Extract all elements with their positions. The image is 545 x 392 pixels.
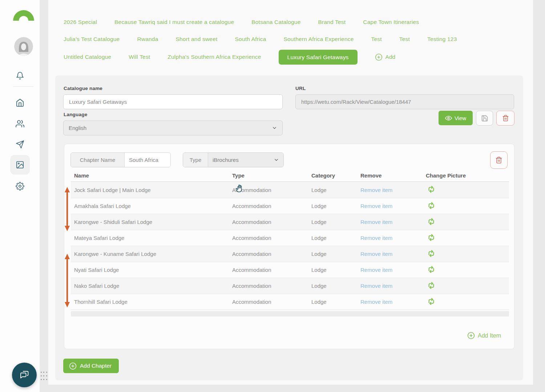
item-name: Karongwe - Shiduli Safari Lodge (71, 219, 229, 225)
view-button[interactable]: View (439, 111, 473, 125)
user-avatar[interactable] (14, 37, 33, 56)
add-chapter-button[interactable]: Add Chapter (63, 359, 119, 373)
type-select[interactable]: iBrochures (208, 153, 283, 167)
col-remove: Remove (357, 172, 423, 179)
change-picture-icon[interactable] (423, 218, 435, 225)
item-category: Lodge (308, 299, 357, 305)
item-name: Jock Safari Lodge | Main Lodge (71, 187, 229, 193)
catalogue-tab[interactable]: Brand Test (318, 19, 346, 25)
eye-icon (445, 115, 452, 122)
sidebar-divider (13, 86, 33, 87)
items-table: Name Type Category Remove Change Picture… (71, 170, 509, 317)
catalogue-tab[interactable]: Test (399, 36, 410, 42)
catalogue-tab[interactable]: Untitled Catalogue (64, 54, 111, 60)
chapter-name-input[interactable] (125, 153, 170, 167)
catalogue-tab[interactable]: Zulpha's Southern Africa Experience (167, 54, 261, 60)
catalogue-tab[interactable]: Cape Town Itineraries (363, 19, 419, 25)
item-category: Lodge (308, 187, 357, 193)
chapter-name-group: Chapter Name (70, 152, 171, 167)
bell-icon[interactable] (10, 66, 30, 86)
gear-icon[interactable] (10, 176, 30, 196)
plus-circle-icon (375, 53, 383, 61)
drag-handle[interactable] (40, 370, 48, 381)
item-name: Thornhill Safari Lodge (71, 299, 229, 305)
url-label: URL (295, 86, 306, 91)
catalogue-tabs: 2026 SpecialBecause Tawriq said I must c… (64, 0, 521, 65)
table-row: Nyati Safari Lodge Accommodation Lodge R… (71, 262, 509, 278)
item-category: Lodge (308, 203, 357, 209)
catalogue-tab[interactable]: Because Tawriq said I must create a cata… (114, 19, 234, 25)
change-picture-icon[interactable] (423, 282, 435, 289)
catalogue-tab[interactable]: Will Test (129, 54, 150, 60)
reorder-arrow (64, 254, 70, 307)
users-icon[interactable] (10, 114, 30, 134)
catalogue-tab[interactable]: Julia's Test Catalogue (64, 36, 120, 42)
trash-icon (495, 156, 502, 164)
remove-item-link[interactable]: Remove item (360, 203, 392, 209)
add-chapter-label: Add Chapter (80, 363, 112, 369)
table-footer-strip (71, 311, 509, 317)
save-button[interactable] (476, 111, 493, 126)
catalogue-tab[interactable]: 2026 Special (64, 19, 97, 25)
catalogue-tab[interactable]: Rwanda (137, 36, 158, 42)
catalogue-tab-active[interactable]: Luxury Safari Getaways (279, 50, 358, 65)
change-picture-icon[interactable] (423, 250, 435, 257)
image-icon[interactable] (10, 155, 30, 175)
remove-item-link[interactable]: Remove item (360, 267, 392, 273)
change-picture-icon[interactable] (423, 298, 435, 305)
item-name: Mateya Safari Lodge (71, 235, 229, 241)
chapter-card: Chapter Name Type iBrochures (64, 144, 514, 349)
type-value: iBrochures (213, 157, 239, 163)
item-category: Lodge (308, 251, 357, 257)
catalogue-tab[interactable]: Short and sweet (176, 36, 218, 42)
item-type: Accommodation (229, 203, 308, 209)
wetu-logo-icon[interactable] (12, 8, 35, 23)
remove-item-link[interactable]: Remove item (360, 283, 392, 289)
remove-item-link[interactable]: Remove item (360, 299, 392, 305)
plus-circle-icon (467, 332, 475, 339)
chapter-name-label: Chapter Name (71, 153, 125, 167)
catalogue-tab[interactable]: Test (371, 36, 382, 42)
add-item-label: Add Item (478, 332, 501, 339)
table-row: Mateya Safari Lodge Accommodation Lodge … (71, 230, 509, 246)
add-catalogue-button[interactable]: Add (375, 53, 396, 61)
chat-bubbles-icon (19, 368, 30, 381)
catalogue-tab[interactable]: South Africa (235, 36, 266, 42)
table-row: Nako Safari Lodge Accommodation Lodge Re… (71, 278, 509, 294)
catalogue-tab[interactable]: Southern Africa Experience (284, 36, 354, 42)
catalogue-tab[interactable]: Testing 123 (427, 36, 457, 42)
add-item-button[interactable]: Add Item (467, 332, 501, 339)
remove-item-link[interactable]: Remove item (360, 251, 392, 257)
add-catalogue-label: Add (385, 54, 396, 60)
item-type: Accommodation (229, 299, 308, 305)
chevron-down-icon (272, 125, 277, 131)
catalogue-name-input[interactable] (63, 94, 283, 109)
remove-item-link[interactable]: Remove item (360, 235, 392, 241)
language-label: Language (64, 112, 87, 117)
item-category: Lodge (308, 219, 357, 225)
chevron-down-icon (274, 157, 279, 163)
chat-button[interactable] (12, 363, 37, 387)
language-select[interactable]: English (63, 121, 283, 135)
col-name: Name (71, 172, 229, 179)
table-row: Jock Safari Lodge | Main Lodge Accommoda… (71, 182, 509, 198)
change-picture-icon[interactable] (423, 186, 435, 193)
item-name: Amakhala Safari Lodge (71, 203, 229, 209)
catalogue-name-label: Catalogue name (64, 86, 102, 91)
change-picture-icon[interactable] (423, 234, 435, 241)
delete-chapter-button[interactable] (490, 151, 508, 169)
remove-item-link[interactable]: Remove item (360, 187, 392, 193)
table-rows: Jock Safari Lodge | Main Lodge Accommoda… (71, 182, 509, 310)
table-header: Name Type Category Remove Change Picture (71, 170, 509, 182)
delete-catalogue-button[interactable] (496, 111, 514, 126)
table-row: Amakhala Safari Lodge Accommodation Lodg… (71, 198, 509, 214)
col-change-picture: Change Picture (423, 172, 509, 179)
change-picture-icon[interactable] (423, 202, 435, 209)
send-icon[interactable] (10, 135, 30, 154)
remove-item-link[interactable]: Remove item (360, 219, 392, 225)
home-icon[interactable] (10, 93, 30, 113)
catalogue-tab[interactable]: Botsana Catalogue (251, 19, 300, 25)
change-picture-icon[interactable] (423, 266, 435, 273)
url-input[interactable] (295, 94, 514, 109)
item-name: Nako Safari Lodge (71, 283, 229, 289)
